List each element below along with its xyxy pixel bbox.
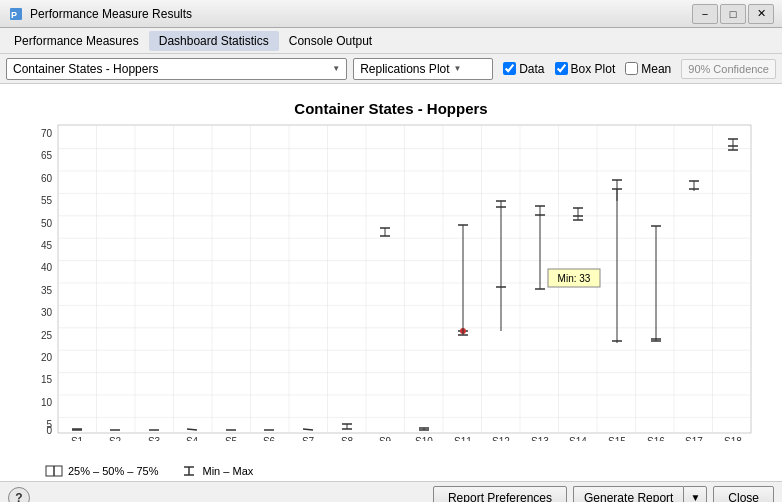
data-checkbox[interactable]	[503, 62, 516, 75]
chart-svg: 70 65 60 55 50 45 40 35 30 25 20 15 10 5…	[26, 121, 756, 441]
svg-text:0: 0	[46, 425, 52, 436]
svg-text:55: 55	[41, 195, 53, 206]
svg-text:S17: S17	[685, 436, 703, 441]
svg-text:S18: S18	[724, 436, 742, 441]
svg-line-52	[187, 429, 197, 430]
box-plot-checkbox-label[interactable]: Box Plot	[555, 62, 616, 76]
bottom-bar: ? Report Preferences Generate Report ▼ C…	[0, 481, 782, 502]
menu-dashboard-statistics[interactable]: Dashboard Statistics	[149, 31, 279, 51]
svg-text:S13: S13	[531, 436, 549, 441]
svg-text:S10: S10	[415, 436, 433, 441]
mean-checkbox[interactable]	[625, 62, 638, 75]
svg-text:65: 65	[41, 150, 53, 161]
svg-text:50: 50	[41, 218, 53, 229]
minimize-button[interactable]: −	[692, 4, 718, 24]
svg-text:20: 20	[41, 352, 53, 363]
window-close-button[interactable]: ✕	[748, 4, 774, 24]
checkbox-group: Data Box Plot Mean 90% Confidence	[503, 59, 776, 79]
chart-title-area: Container States - Hoppers	[0, 84, 782, 121]
svg-text:S8: S8	[341, 436, 354, 441]
svg-text:45: 45	[41, 240, 53, 251]
close-button[interactable]: Close	[713, 486, 774, 503]
title-bar: P Performance Measure Results − □ ✕	[0, 0, 782, 28]
plot-dropdown[interactable]: Replications Plot ▼	[353, 58, 493, 80]
maximize-button[interactable]: □	[720, 4, 746, 24]
svg-text:10: 10	[41, 397, 53, 408]
menu-performance-measures[interactable]: Performance Measures	[4, 31, 149, 51]
window-title: Performance Measure Results	[30, 7, 692, 21]
svg-text:S7: S7	[302, 436, 315, 441]
generate-report-dropdown-arrow[interactable]: ▼	[683, 486, 707, 503]
svg-text:S16: S16	[647, 436, 665, 441]
metric-dropdown[interactable]: Container States - Hoppers ▼	[6, 58, 347, 80]
svg-text:15: 15	[41, 374, 53, 385]
box-plot-checkbox[interactable]	[555, 62, 568, 75]
svg-line-55	[303, 429, 313, 430]
plot-dropdown-value: Replications Plot	[360, 62, 449, 76]
svg-text:70: 70	[41, 128, 53, 139]
box-plot-checkbox-text: Box Plot	[571, 62, 616, 76]
legend-quartile-icon	[44, 465, 64, 477]
svg-text:S2: S2	[109, 436, 122, 441]
generate-report-group: Generate Report ▼	[573, 486, 707, 503]
svg-text:30: 30	[41, 307, 53, 318]
metric-dropdown-value: Container States - Hoppers	[13, 62, 328, 76]
svg-text:S11: S11	[454, 436, 472, 441]
svg-text:P: P	[11, 10, 17, 20]
svg-text:S1: S1	[71, 436, 84, 441]
data-checkbox-text: Data	[519, 62, 544, 76]
svg-text:S14: S14	[569, 436, 587, 441]
window-controls: − □ ✕	[692, 4, 774, 24]
menu-console-output[interactable]: Console Output	[279, 31, 382, 51]
help-button[interactable]: ?	[8, 487, 30, 503]
svg-text:S5: S5	[225, 436, 238, 441]
svg-text:35: 35	[41, 285, 53, 296]
svg-text:40: 40	[41, 262, 53, 273]
confidence-label: 90% Confidence	[681, 59, 776, 79]
svg-text:S15: S15	[608, 436, 626, 441]
chart-title: Container States - Hoppers	[0, 92, 782, 121]
menu-bar: Performance Measures Dashboard Statistic…	[0, 28, 782, 54]
legend-quartile-label: 25% – 50% – 75%	[68, 465, 159, 477]
data-checkbox-label[interactable]: Data	[503, 62, 544, 76]
legend-minmax-label: Min – Max	[203, 465, 254, 477]
mean-checkbox-label[interactable]: Mean	[625, 62, 671, 76]
app-icon: P	[8, 6, 24, 22]
report-preferences-button[interactable]: Report Preferences	[433, 486, 567, 503]
svg-text:S9: S9	[379, 436, 392, 441]
plot-dropdown-arrow: ▼	[454, 64, 462, 73]
svg-text:25: 25	[41, 330, 53, 341]
svg-text:S6: S6	[263, 436, 276, 441]
toolbar: Container States - Hoppers ▼ Replication…	[0, 54, 782, 84]
mean-checkbox-text: Mean	[641, 62, 671, 76]
legend-bar: 25% – 50% – 75% Min – Max	[0, 461, 782, 481]
svg-text:S12: S12	[492, 436, 510, 441]
svg-text:S4: S4	[186, 436, 199, 441]
legend-minmax-icon	[179, 465, 199, 477]
chart-area: 70 65 60 55 50 45 40 35 30 25 20 15 10 5…	[0, 121, 782, 461]
svg-text:Min: 33: Min: 33	[558, 273, 591, 284]
legend-quartile: 25% – 50% – 75%	[44, 465, 159, 477]
svg-text:60: 60	[41, 173, 53, 184]
svg-text:S3: S3	[148, 436, 161, 441]
generate-report-button[interactable]: Generate Report	[573, 486, 683, 503]
metric-dropdown-arrow: ▼	[332, 64, 340, 73]
legend-minmax: Min – Max	[179, 465, 254, 477]
